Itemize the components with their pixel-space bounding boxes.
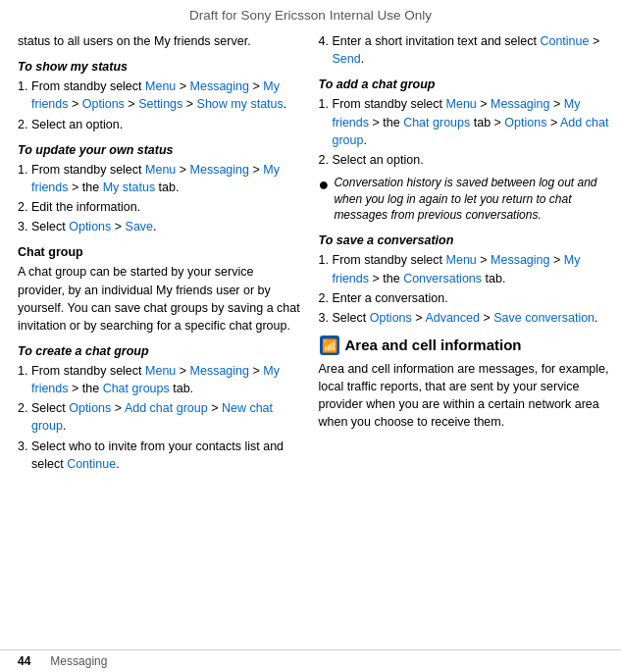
link-send: Send (333, 52, 361, 66)
list-item: Select an option. (333, 151, 610, 169)
link-messaging: Messaging (190, 163, 249, 177)
section-show-status-title: To show my status (18, 58, 301, 76)
link-menu: Menu (446, 97, 477, 111)
chat-group-body: A chat group can be started by your serv… (18, 263, 301, 335)
link-my-status: My status (103, 181, 156, 194)
link-show-my-status: Show my status (197, 97, 284, 111)
link-conversations: Conversations (403, 272, 482, 285)
show-status-steps: From standby select Menu > Messaging > M… (18, 78, 301, 132)
link-menu: Menu (145, 163, 176, 177)
area-cell-icon: 📶 (319, 335, 340, 356)
area-cell-body: Area and cell information are messages, … (319, 360, 610, 432)
area-cell-title: Area and cell information (345, 335, 522, 356)
list-item: Select Options > Save. (31, 218, 301, 235)
footer-page-number: 44 (18, 654, 30, 668)
list-item: Edit the information. (31, 198, 301, 216)
note-block: ● Conversation history is saved between … (319, 175, 610, 224)
link-options: Options (370, 311, 412, 325)
link-add-chat-group: Add chat group (125, 401, 208, 415)
list-item: From standby select Menu > Messaging > M… (31, 362, 301, 397)
step4-list: Enter a short invitation text and select… (319, 32, 610, 68)
right-column: Enter a short invitation text and select… (311, 26, 622, 649)
note-icon: ● (319, 175, 330, 196)
list-item: Enter a conversation. (333, 289, 610, 307)
note-text: Conversation history is saved between lo… (334, 175, 609, 224)
create-chat-group-steps: From standby select Menu > Messaging > M… (18, 362, 301, 473)
page-footer: 44 Messaging (0, 649, 621, 672)
footer-section-label: Messaging (50, 654, 107, 668)
list-item: From standby select Menu > Messaging > M… (31, 78, 301, 113)
link-chat-groups: Chat groups (403, 116, 470, 129)
svg-text:📶: 📶 (322, 337, 338, 354)
link-advanced: Advanced (425, 311, 480, 325)
save-conversation-steps: From standby select Menu > Messaging > M… (319, 251, 610, 327)
link-messaging: Messaging (190, 364, 249, 378)
create-chat-group-title: To create a chat group (18, 342, 301, 360)
list-item: Select an option. (31, 116, 301, 133)
list-item: From standby select Menu > Messaging > M… (333, 95, 610, 148)
add-chat-group-steps: From standby select Menu > Messaging > M… (319, 95, 610, 169)
link-menu: Menu (145, 364, 176, 378)
list-item: From standby select Menu > Messaging > M… (31, 161, 301, 196)
chat-group-heading: Chat group (18, 243, 301, 261)
link-options: Options (69, 401, 111, 415)
link-save: Save (126, 220, 154, 233)
area-cell-section: 📶 Area and cell information Area and cel… (319, 335, 610, 432)
link-options: Options (69, 220, 111, 233)
header-title: Draft for Sony Ericsson Internal Use Onl… (189, 8, 432, 23)
list-item: From standby select Menu > Messaging > M… (333, 251, 610, 286)
add-chat-group-title: To add a chat group (319, 76, 610, 93)
area-cell-svg: 📶 (319, 335, 340, 356)
link-options: Options (82, 97, 125, 111)
link-continue: Continue (540, 34, 589, 48)
link-settings: Settings (138, 97, 182, 111)
link-messaging: Messaging (190, 79, 249, 93)
save-conversation-title: To save a conversation (319, 232, 610, 249)
area-cell-header: 📶 Area and cell information (319, 335, 610, 356)
link-menu: Menu (446, 253, 477, 267)
link-save-conversation: Save conversation (493, 311, 595, 325)
page-header: Draft for Sony Ericsson Internal Use Onl… (0, 0, 621, 26)
link-chat-groups: Chat groups (103, 382, 170, 395)
update-status-steps: From standby select Menu > Messaging > M… (18, 161, 301, 236)
list-item: Select Options > Add chat group > New ch… (31, 399, 301, 435)
link-menu: Menu (145, 79, 176, 93)
content-area: status to all users on the My friends se… (0, 26, 621, 649)
list-item: Select Options > Advanced > Save convers… (333, 309, 610, 327)
list-item: Select who to invite from your contacts … (31, 438, 301, 473)
link-messaging: Messaging (491, 97, 549, 111)
link-add-chat-group: Add chat group (333, 116, 609, 147)
section-update-status-title: To update your own status (18, 141, 301, 159)
link-messaging: Messaging (491, 253, 549, 267)
page-wrapper: Draft for Sony Ericsson Internal Use Onl… (0, 0, 621, 672)
left-column: status to all users on the My friends se… (0, 26, 311, 649)
link-continue: Continue (67, 457, 116, 471)
intro-text: status to all users on the My friends se… (18, 32, 301, 50)
link-options: Options (504, 116, 546, 129)
list-item: Enter a short invitation text and select… (333, 32, 610, 68)
